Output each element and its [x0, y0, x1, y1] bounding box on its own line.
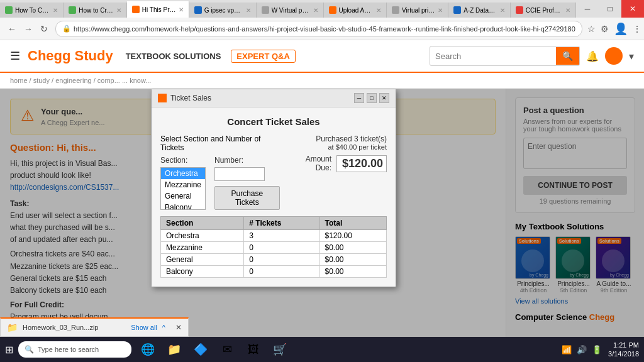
avatar[interactable]: [605, 47, 623, 65]
star-icon[interactable]: ☆: [587, 24, 596, 34]
table-cell-tickets: 3: [244, 230, 319, 242]
browser-tab-8[interactable]: A-Z Database... ✕: [448, 3, 511, 18]
browser-tab-2[interactable]: How to Create... ✕: [64, 3, 127, 18]
breadcrumb: home / study / engineering / comp... ...…: [0, 73, 644, 89]
expert-qa-link[interactable]: EXPERT Q&A: [231, 50, 296, 63]
zip-filename: Homework_03_Run...zip: [23, 324, 131, 331]
modal-close-button[interactable]: ✕: [379, 93, 389, 103]
number-label: Number:: [214, 156, 280, 165]
browser-address-bar: ← → ↻ 🔒 https://www.chegg.com/homework-h…: [0, 18, 644, 40]
modal-overlay: Ticket Sales ─ □ ✕ Concert Ticket Sales …: [0, 89, 644, 341]
section-listbox[interactable]: Orchestra Mezzanine General Balcony: [160, 167, 206, 210]
table-cell-total: $0.00: [319, 266, 387, 278]
taskbar-item-ie[interactable]: 🔷: [189, 338, 212, 341]
taskbar-time-text: 1:21 PM: [608, 341, 639, 341]
browser-tab-7[interactable]: Virtual private... ✕: [387, 3, 448, 18]
modal-maximize-button[interactable]: □: [367, 93, 377, 103]
modal-controls: ─ □ ✕: [354, 93, 389, 103]
forward-button[interactable]: →: [21, 23, 35, 35]
table-cell-tickets: 0: [244, 254, 319, 266]
listbox-item-balcony[interactable]: Balcony: [161, 202, 205, 210]
browser-tab-1[interactable]: How To Confio... ✕: [0, 3, 64, 18]
section-group: Section: Orchestra Mezzanine General Bal…: [160, 156, 206, 210]
taskbar: ⊞ 🔍 Type here to search 🌐 📁 🔷 ✉ 🖼 🛒 📶 🔊 …: [0, 337, 644, 341]
col-total: Total: [319, 217, 387, 230]
table-row: Mezzanine0$0.00: [161, 242, 387, 254]
zip-close-button[interactable]: ✕: [175, 323, 182, 332]
summary-table: Section # Tickets Total Orchestra3$120.0…: [160, 216, 387, 278]
purchased-sub: at $40.00 per ticket: [292, 143, 387, 151]
search-box: 🔍: [430, 46, 580, 66]
modal-minimize-button[interactable]: ─: [354, 93, 364, 103]
browser-tabs-bar: How To Confio... ✕ How to Create... ✕ Hi…: [0, 0, 644, 18]
main-content: ⚠ Your que... A Chegg Expert ne... Quest…: [0, 89, 644, 341]
browser-tab-9[interactable]: CCIE Professio... ✕: [511, 3, 576, 18]
textbook-solutions-link[interactable]: TEXTBOOK SOLUTIONS: [126, 52, 221, 61]
taskbar-item-edge[interactable]: 🌐: [136, 338, 159, 341]
logo-text: Chegg Study: [28, 48, 113, 64]
zip-caret-button[interactable]: ^: [162, 323, 165, 332]
table-row: Balcony0$0.00: [161, 266, 387, 278]
table-cell-section: Balcony: [161, 266, 244, 278]
select-section-label: Select Section and Number of Tickets: [160, 134, 280, 152]
table-cell-tickets: 0: [244, 242, 319, 254]
browser-minimize-button[interactable]: ─: [576, 0, 599, 18]
zip-download-bar: 📁 Homework_03_Run...zip Show all ^ ✕: [0, 317, 189, 337]
section-selector: Select Section and Number of Tickets Sec…: [160, 134, 280, 210]
account-icon[interactable]: 👤: [614, 22, 628, 36]
show-all-button[interactable]: Show all: [131, 323, 157, 332]
refresh-button[interactable]: ↻: [38, 23, 50, 35]
purchased-info: Purchased 3 ticket(s): [292, 134, 387, 143]
search-input[interactable]: [430, 49, 556, 63]
taskbar-items: 🌐 📁 🔷 ✉ 🖼 🛒: [136, 338, 291, 341]
amount-due-value: $120.00: [336, 155, 387, 172]
taskbar-right: 📶 🔊 🔋 1:21 PM 3/14/2018: [562, 341, 639, 341]
browser-close-button[interactable]: ✕: [621, 0, 644, 18]
col-tickets: # Tickets: [244, 217, 319, 230]
taskbar-clock[interactable]: 1:21 PM 3/14/2018: [608, 341, 639, 341]
modal-top-row: Select Section and Number of Tickets Sec…: [160, 134, 387, 210]
browser-restore-button[interactable]: □: [599, 0, 621, 18]
secure-icon: 🔒: [62, 25, 71, 33]
browser-tab-4[interactable]: G ipsec vpn - Go... ✕: [189, 3, 257, 18]
taskbar-item-store[interactable]: 🛒: [269, 338, 291, 341]
purchased-info-panel: Purchased 3 ticket(s) at $40.00 per tick…: [292, 134, 387, 210]
address-bar[interactable]: 🔒 https://www.chegg.com/homework-help/qu…: [55, 21, 582, 37]
number-input[interactable]: [214, 167, 265, 181]
hamburger-icon[interactable]: ☰: [10, 49, 20, 63]
amount-due-row: Amount Due: $120.00: [292, 155, 387, 172]
listbox-item-orchestra[interactable]: Orchestra: [161, 168, 205, 179]
zip-actions: Show all ^ ✕: [131, 323, 182, 332]
taskbar-item-explorer[interactable]: 📁: [163, 338, 186, 341]
search-button[interactable]: 🔍: [556, 47, 579, 65]
table-cell-total: $0.00: [319, 254, 387, 266]
taskbar-item-mail[interactable]: ✉: [216, 338, 238, 341]
back-button[interactable]: ←: [5, 23, 19, 35]
site-header: ☰ Chegg Study TEXTBOOK SOLUTIONS EXPERT …: [0, 40, 644, 73]
table-cell-section: Orchestra: [161, 230, 244, 242]
modal-title: Ticket Sales: [170, 94, 211, 102]
modal-body: Concert Ticket Sales Select Section and …: [152, 107, 396, 287]
browser-tab-5[interactable]: W Virtual private... ✕: [257, 3, 324, 18]
listbox-item-general[interactable]: General: [161, 190, 205, 202]
logo[interactable]: Chegg Study: [28, 48, 113, 64]
purchase-tickets-button[interactable]: Purchase Tickets: [214, 186, 280, 210]
browser-tab-active[interactable]: Hi This Projec... ✕: [127, 1, 189, 18]
table-cell-total: $0.00: [319, 242, 387, 254]
chevron-down-icon[interactable]: ▾: [629, 50, 634, 62]
modal-heading: Concert Ticket Sales: [160, 116, 387, 127]
extension-icon[interactable]: ⚙: [601, 24, 609, 34]
modal-titlebar: Ticket Sales ─ □ ✕: [152, 89, 396, 107]
number-input-group: Number: Purchase Tickets: [214, 156, 280, 210]
table-cell-section: General: [161, 254, 244, 266]
taskbar-item-photos[interactable]: 🖼: [242, 338, 265, 341]
table-row: General0$0.00: [161, 254, 387, 266]
zip-icon: 📁: [7, 322, 18, 332]
browser-tab-6[interactable]: Upload Assign... ✕: [324, 3, 387, 18]
table-cell-total: $120.00: [319, 230, 387, 242]
menu-dots-icon[interactable]: ⋮: [633, 24, 641, 34]
listbox-item-mezzanine[interactable]: Mezzanine: [161, 179, 205, 190]
bell-icon[interactable]: 🔔: [586, 50, 599, 62]
address-text: https://www.chegg.com/homework-help/ques…: [74, 25, 575, 33]
section-label: Section:: [160, 156, 206, 165]
